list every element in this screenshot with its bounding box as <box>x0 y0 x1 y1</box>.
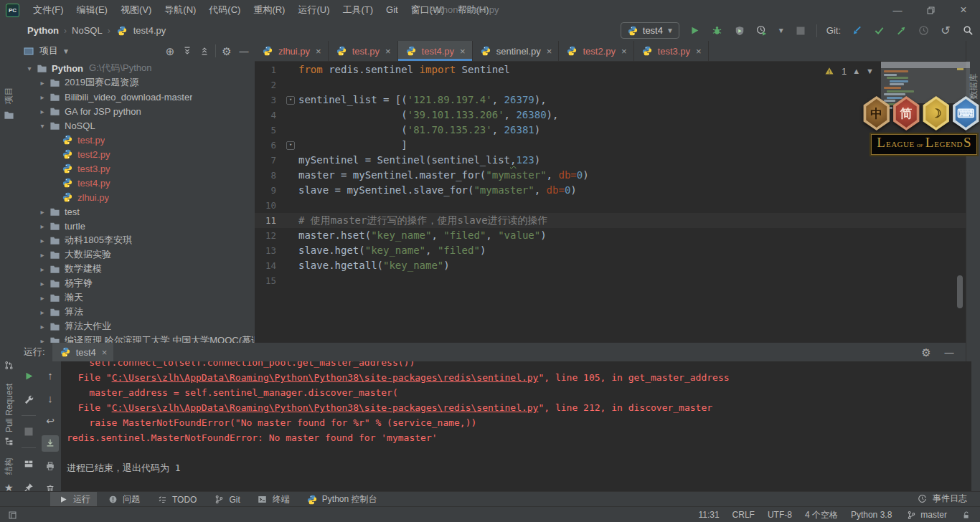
code-line[interactable]: 3▾sentinel_list = [('121.89.197.4', 2637… <box>255 92 966 108</box>
tool-window-switcher-icon[interactable] <box>6 508 19 521</box>
code-editor[interactable]: 1from redis.sentinel import Sentinel23▾s… <box>255 61 966 344</box>
menu-item-5[interactable]: 重构(R) <box>247 0 291 20</box>
chevron-right-icon[interactable]: ▸ <box>37 308 48 316</box>
code-line[interactable]: 9slave = mySentinel.slave_for("mymaster"… <box>255 183 966 198</box>
code-line[interactable]: 5 ('81.70.135.23', 26381) <box>255 123 966 138</box>
chevron-down-icon[interactable]: ▼ <box>778 27 785 34</box>
chevron-right-icon[interactable]: ▸ <box>37 294 48 302</box>
menu-item-8[interactable]: Git <box>380 0 405 20</box>
print-button[interactable] <box>42 458 59 475</box>
code-line[interactable]: 11# 使用master进行写的操作，使用slave进行读的操作 <box>255 213 966 228</box>
gear-icon[interactable]: ⚙ <box>220 44 233 57</box>
collapse-all-button[interactable] <box>198 44 211 57</box>
editor-tab-test-py[interactable]: test.py× <box>329 41 398 61</box>
restore-layout-button[interactable] <box>20 455 37 473</box>
rollback-button[interactable]: ↺ <box>939 24 952 37</box>
code-line[interactable]: 6▾ ] <box>255 138 966 153</box>
tree-row[interactable]: ▸动科1805李安琪 <box>18 233 255 247</box>
tree-row[interactable]: ▸test <box>18 204 255 219</box>
editor-tab-zlhui-py[interactable]: zlhui.py× <box>255 41 329 61</box>
tree-row[interactable]: ▸GA for JSP python <box>18 104 255 118</box>
ime-lang-badge[interactable]: 中 <box>862 96 891 130</box>
menu-item-4[interactable]: 代码(C) <box>202 0 247 20</box>
tree-row[interactable]: test4.py <box>18 176 255 190</box>
league-of-legends-banner[interactable]: LEAGUEOFLEGENDS <box>870 133 979 156</box>
profiler-button[interactable] <box>755 24 768 37</box>
rerun-button[interactable] <box>20 367 37 384</box>
status-item-4[interactable]: Python 3.8 <box>851 510 892 520</box>
chevron-right-icon[interactable]: ▸ <box>37 323 48 331</box>
hide-panel-button[interactable]: — <box>943 346 956 359</box>
gear-icon[interactable]: ⚙ <box>920 346 933 359</box>
git-update-button[interactable] <box>850 24 863 37</box>
tab-close-icon[interactable]: × <box>621 46 627 57</box>
editor-tab-test2-py[interactable]: test2.py× <box>559 41 633 61</box>
up-stack-trace-button[interactable]: ↑ <box>42 367 59 384</box>
soft-wrap-button[interactable]: ↩ <box>42 412 59 429</box>
run-console[interactable]: self.connect_to(self.connection_pool.get… <box>61 361 971 491</box>
tool-stripe-project[interactable]: 项目 <box>3 87 15 105</box>
status-item-0[interactable]: 11:31 <box>698 510 719 520</box>
unlock-icon[interactable] <box>960 508 973 521</box>
menu-item-2[interactable]: 视图(V) <box>114 0 158 20</box>
status-item-1[interactable]: CRLF <box>732 510 755 520</box>
tree-row[interactable]: ▾NoSQL <box>18 118 255 133</box>
tree-row[interactable]: zlhui.py <box>18 190 255 204</box>
event-log-button[interactable]: 事件日志 <box>915 491 967 506</box>
chevron-up-icon[interactable]: ▲ <box>852 67 860 75</box>
git-commit-button[interactable] <box>872 24 885 37</box>
run-button[interactable] <box>689 24 702 37</box>
ime-simplified-badge[interactable]: 简 <box>892 96 921 130</box>
history-button[interactable] <box>917 24 930 37</box>
hide-panel-button[interactable]: — <box>237 44 250 57</box>
branch-widget[interactable]: master <box>905 508 947 521</box>
tree-row[interactable]: test3.py <box>18 161 255 176</box>
code-line[interactable]: 10 <box>255 198 966 213</box>
tree-row[interactable]: test2.py <box>18 147 255 161</box>
status-item-2[interactable]: UTF-8 <box>768 510 792 520</box>
chevron-right-icon[interactable]: ▸ <box>37 280 48 288</box>
code-line[interactable]: 2 <box>255 77 966 92</box>
tree-row[interactable]: ▸2019国赛C题资源 <box>18 75 255 90</box>
ime-halfwidth-badge[interactable]: ☽ <box>922 96 951 130</box>
minimize-button[interactable]: — <box>881 0 914 20</box>
tree-row[interactable]: ▸算法大作业 <box>18 319 255 333</box>
tree-row[interactable]: ▸杨宇铮 <box>18 276 255 290</box>
tool-window-button-问题[interactable]: 问题 <box>100 492 146 507</box>
tree-row[interactable]: ▸Bilibili_video_download-master <box>18 90 255 104</box>
tree-row[interactable]: ▸turtle <box>18 219 255 233</box>
menu-item-6[interactable]: 运行(U) <box>291 0 336 20</box>
code-line[interactable]: 15 <box>255 273 966 288</box>
chevron-right-icon[interactable]: ▸ <box>37 237 48 245</box>
code-line[interactable]: 4 ('39.101.133.206', 26380), <box>255 108 966 123</box>
tab-close-icon[interactable]: × <box>696 46 702 57</box>
chevron-right-icon[interactable]: ▸ <box>37 337 48 343</box>
editor-tab-test3-py[interactable]: test3.py× <box>634 41 709 61</box>
tab-close-icon[interactable]: × <box>547 46 552 57</box>
chevron-down-icon[interactable]: ▼ <box>866 67 874 75</box>
code-line[interactable]: 7mySentinel = Sentinel(sentinel_list,123… <box>255 153 966 168</box>
down-stack-trace-button[interactable]: ↓ <box>42 390 59 407</box>
tab-close-icon[interactable]: × <box>460 46 466 57</box>
search-everywhere-button[interactable] <box>961 24 974 37</box>
breadcrumb-item-2[interactable]: test4.py <box>133 25 166 36</box>
run-configuration-select[interactable]: test4 ▼ <box>621 22 679 39</box>
editor-scrollbar[interactable] <box>957 275 963 308</box>
breadcrumb-item-0[interactable]: Python <box>27 25 59 36</box>
code-line[interactable]: 14slave.hgetall("key_name") <box>255 258 966 273</box>
settings-wrench-icon[interactable] <box>20 391 37 408</box>
tree-row[interactable]: ▸数学建模 <box>18 262 255 276</box>
tree-row[interactable]: ▸瀚天 <box>18 290 255 305</box>
fold-marker[interactable]: ▾ <box>286 141 295 150</box>
tree-row[interactable]: ▸算法 <box>18 305 255 319</box>
chevron-right-icon[interactable]: ▸ <box>37 79 48 87</box>
tab-close-icon[interactable]: × <box>316 46 321 57</box>
chevron-right-icon[interactable]: ▸ <box>37 93 48 101</box>
menu-item-0[interactable]: 文件(F) <box>27 0 70 20</box>
chevron-right-icon[interactable]: ▸ <box>37 251 48 259</box>
tool-stripe-structure[interactable]: 结构 <box>3 457 15 475</box>
console-file-link[interactable]: C:\Users\zlh\AppData\Roaming\Python\Pyth… <box>112 372 539 383</box>
chevron-down-icon[interactable]: ▾ <box>24 65 35 72</box>
git-push-button[interactable] <box>895 24 908 37</box>
editor-tab-sentinel-py[interactable]: sentinel.py× <box>473 41 560 61</box>
